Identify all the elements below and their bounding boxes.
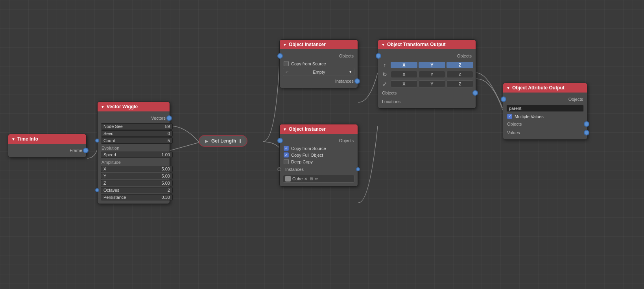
y-value: 5.00 [162, 174, 170, 178]
parent-value: parent [509, 106, 521, 111]
octaves-row-wrapper: Octaves 2 [98, 187, 170, 193]
attr-values-label: Values [507, 130, 520, 135]
z-field[interactable]: Z 5.00 [101, 180, 173, 186]
obj-transforms-header: ▼ Object Transforms Output [378, 40, 476, 49]
time-info-node: ▼ Time Info Frame [8, 134, 87, 157]
attr-values-row: Values [503, 128, 587, 137]
node-seed-label: Node See [103, 124, 123, 129]
instancer2-objects-in: Objects [280, 136, 358, 145]
octaves-field[interactable]: Octaves 2 [101, 187, 173, 193]
cube-picker[interactable]: Cube ✕ 🖥 ✏ [283, 175, 354, 183]
z-label: Z [103, 181, 106, 185]
instancer1-title: Object Instancer [289, 42, 326, 47]
rotate-row: ↻ X Y Z [378, 70, 476, 79]
x-value: 5.00 [162, 167, 170, 171]
frame-label: Frame [70, 148, 82, 153]
z-value: 5.00 [162, 181, 170, 185]
attr-objects-in: Objects [503, 95, 587, 104]
obj-attr-body: Objects parent Multiple Values Objects V… [503, 93, 587, 139]
cube-close[interactable]: ✕ [304, 177, 307, 181]
eye-dropper-icon[interactable]: ✏ [315, 176, 318, 182]
empty-label: Empty [313, 70, 325, 74]
transforms-objects-out: Objects [378, 89, 476, 97]
time-info-body: Frame [8, 144, 86, 157]
rotate-x-btn[interactable]: X [391, 71, 417, 78]
copy-full-object-label: Copy Full Object [291, 153, 323, 157]
translate-z-btn[interactable]: Z [447, 62, 473, 68]
instancer2-body: Objects Copy from Source Copy Full Objec… [280, 134, 358, 186]
deep-copy-checkbox[interactable] [284, 159, 289, 164]
obj-attr-title: Object Attribute Output [512, 85, 565, 91]
y-field[interactable]: Y 5.00 [101, 173, 173, 179]
instancer2-objects-label: Objects [339, 138, 354, 143]
obj-transforms-body: Objects ↑ X Y Z ↻ X Y Z ⤢ X Y [378, 49, 476, 108]
instancer2-instances-label: Instances [285, 167, 304, 172]
cube-icon [285, 176, 291, 182]
count-label: Count [103, 138, 115, 143]
x-field[interactable]: X 5.00 [101, 166, 173, 172]
copy-full-object-checkbox[interactable] [284, 152, 289, 157]
instancer2-header: ▼ Object Instancer [280, 124, 358, 134]
amplitude-section: Amplitude [98, 159, 170, 165]
speed-label: Speed [103, 152, 116, 157]
cube-label: Cube [292, 176, 303, 181]
instancer1-instances-row: Instances [280, 77, 358, 85]
node-seed-field[interactable]: Node See 89 [101, 123, 173, 130]
parent-input[interactable]: parent [506, 105, 584, 112]
attr-objects-out: Objects [503, 120, 587, 128]
rotate-xyz: X Y Z [391, 71, 473, 78]
collapse-arrow-wiggle[interactable]: ▼ [101, 105, 105, 109]
collapse-arrow-trans[interactable]: ▼ [381, 43, 385, 47]
persistance-label: Persistance [103, 195, 126, 200]
transforms-objects-label: Objects [457, 54, 472, 58]
multiple-values-checkbox[interactable] [507, 114, 512, 119]
collapse-arrow-inst1[interactable]: ▼ [283, 43, 287, 47]
obj-transforms-title: Object Transforms Output [387, 42, 446, 47]
scale-y-btn[interactable]: Y [419, 80, 445, 87]
monitor-icon[interactable]: 🖥 [309, 176, 313, 181]
copy-full-object-row[interactable]: Copy Full Object [280, 152, 358, 158]
evolution-section: Evolution [98, 144, 170, 151]
time-info-header: ▼ Time Info [8, 134, 86, 144]
instancer1-header: ▼ Object Instancer [280, 40, 358, 49]
rotate-y-btn[interactable]: Y [419, 71, 445, 78]
evolution-label: Evolution [101, 146, 119, 150]
scale-xyz: X Y Z [391, 80, 473, 87]
count-value: 5 [168, 138, 170, 143]
dropdown-icon: ⌐ [286, 69, 289, 75]
copy-from-source-row1[interactable]: Copy from Source [280, 60, 358, 67]
instancer1-objects-in: Objects [280, 52, 358, 60]
collapse-arrow-attr[interactable]: ▼ [506, 86, 510, 90]
scale-x-btn[interactable]: X [391, 80, 417, 87]
collapse-arrow[interactable]: ▼ [11, 137, 15, 141]
seed-field[interactable]: Seed 0 [101, 130, 173, 137]
persistance-field[interactable]: Persistance 0.30 [101, 194, 173, 200]
translate-x-btn[interactable]: X [391, 62, 417, 68]
copy-from-source-row2[interactable]: Copy from Source [280, 145, 358, 152]
scale-row: ⤢ X Y Z [378, 79, 476, 89]
copy-from-source-checkbox2[interactable] [284, 146, 289, 151]
get-length-title: Get Length [211, 138, 236, 144]
transforms-objects-in: Objects [378, 52, 476, 60]
rotate-z-btn[interactable]: Z [447, 71, 473, 78]
amplitude-label: Amplitude [101, 160, 121, 165]
seed-label: Seed [103, 131, 114, 136]
multiple-values-row[interactable]: Multiple Values [503, 113, 587, 120]
scale-z-btn[interactable]: Z [447, 80, 473, 87]
count-field[interactable]: Count 5 [101, 137, 173, 144]
collapse-arrow-inst2[interactable]: ▼ [283, 127, 287, 132]
empty-dropdown[interactable]: ⌐ Empty ▾ [283, 68, 354, 76]
transforms-locations-label: Locations [382, 99, 400, 104]
time-info-title: Time Info [17, 136, 38, 142]
persistance-value: 0.30 [162, 195, 170, 200]
translate-row: ↑ X Y Z [378, 60, 476, 70]
instancer2-title: Object Instancer [289, 126, 326, 132]
vector-wiggle-header: ▼ Vector Wiggle [98, 102, 170, 111]
transforms-locations-row: Locations [378, 97, 476, 106]
speed-field[interactable]: Speed 1.00 [101, 152, 173, 158]
deep-copy-row[interactable]: Deep Copy [280, 158, 358, 165]
copy-from-source-checkbox1[interactable] [284, 61, 289, 66]
instancer2-instances-row: Instances [280, 165, 358, 174]
pause-icon: ‖ [239, 139, 241, 143]
translate-y-btn[interactable]: Y [419, 62, 445, 68]
